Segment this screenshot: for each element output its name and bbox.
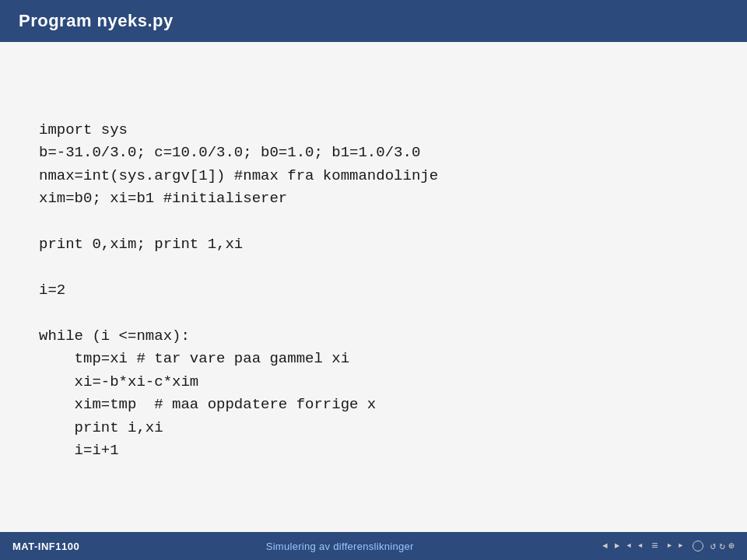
code-line: print i,xi: [39, 417, 708, 439]
prev-page-button[interactable]: ►: [612, 540, 622, 552]
bottom-bar: MAT-INF1100 Simulering av differenslikni…: [0, 532, 747, 560]
lines-icon: ≡: [649, 538, 660, 554]
code-line: while (i <=nmax):: [39, 325, 708, 348]
right-small-button-2[interactable]: ►: [676, 541, 685, 551]
first-page-button[interactable]: ◄: [600, 540, 610, 552]
content-area: import sysb=-31.0/3.0; c=10.0/3.0; b0=1.…: [0, 42, 747, 532]
refresh-controls: ↺ ↻ ⊕: [710, 540, 735, 552]
code-line: xim=tmp # maa oppdatere forrige x: [39, 394, 708, 416]
loop-icon[interactable]: ↻: [719, 540, 725, 552]
course-label: MAT-INF1100: [12, 541, 79, 552]
search-icon[interactable]: ⊕: [728, 540, 735, 552]
page-indicator: [690, 539, 706, 553]
code-line: [39, 211, 708, 233]
nav-controls: ◄ ► ◄ ◄ ≡ ► ► ↺ ↻ ⊕: [600, 538, 735, 554]
code-line: print 0,xim; print 1,xi: [39, 233, 708, 256]
code-line: xi=-b*xi-c*xim: [39, 371, 708, 394]
code-line: xim=b0; xi=b1 #initialiserer: [39, 187, 708, 210]
code-line: import sys: [39, 119, 708, 142]
next-small-button[interactable]: ◄: [636, 541, 644, 551]
slide-title: Simulering av differenslikninger: [266, 541, 414, 552]
prev-small-button[interactable]: ◄: [624, 541, 633, 551]
page-title: Program nyeks.py: [19, 11, 174, 30]
code-block: import sysb=-31.0/3.0; c=10.0/3.0; b0=1.…: [39, 73, 708, 462]
code-line: i=2: [39, 279, 708, 302]
refresh-icon[interactable]: ↺: [710, 540, 717, 552]
code-line: i=i+1: [39, 439, 708, 462]
code-line: nmax=int(sys.argv[1]) #nmax fra kommando…: [39, 165, 708, 187]
code-line: tmp=xi # tar vare paa gammel xi: [39, 348, 708, 370]
code-line: [39, 302, 708, 324]
title-bar: Program nyeks.py: [0, 0, 747, 42]
code-line: b=-31.0/3.0; c=10.0/3.0; b0=1.0; b1=1.0/…: [39, 142, 708, 164]
code-line: [39, 257, 708, 279]
right-small-button[interactable]: ►: [665, 541, 674, 551]
